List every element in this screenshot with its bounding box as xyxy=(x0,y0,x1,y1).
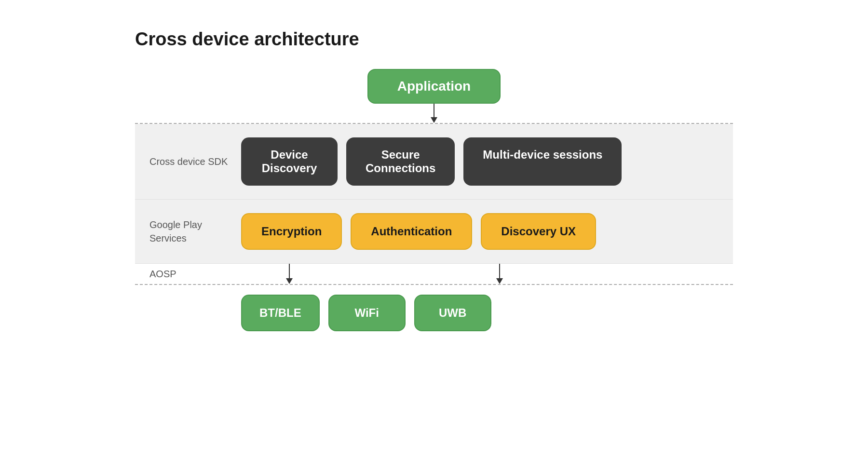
arrow-discovery xyxy=(451,264,548,284)
aosp-arrows-area xyxy=(241,264,719,284)
bottom-boxes-area: BT/BLE WiFi UWB xyxy=(241,295,719,331)
arrow-line-1 xyxy=(434,104,434,117)
arrow-head-disc xyxy=(496,278,503,284)
arrow-head-1 xyxy=(431,117,437,123)
aosp-row: AOSP xyxy=(135,264,733,284)
play-services-label: Google Play Services xyxy=(149,218,231,245)
sdk-band: Cross device SDK Device Discovery Secure… xyxy=(135,124,733,200)
play-item-encryption: Encryption xyxy=(241,213,342,250)
bottom-row: BT/BLE WiFi UWB xyxy=(135,285,733,331)
sdk-items: Device Discovery Secure Connections Mult… xyxy=(241,137,719,186)
bottom-uwb: UWB xyxy=(414,295,491,331)
aosp-label: AOSP xyxy=(149,264,231,280)
page-container: Cross device architecture Application Cr… xyxy=(96,0,772,360)
app-to-dashed-arrow xyxy=(135,104,733,123)
app-row: Application xyxy=(135,69,733,104)
play-item-authentication: Authentication xyxy=(351,213,472,250)
diagram: Application Cross device SDK Device Disc… xyxy=(135,69,733,331)
arrow-encryption xyxy=(241,264,338,284)
sdk-item-multi-device: Multi-device sessions xyxy=(463,137,622,186)
auth-spacer xyxy=(346,264,443,284)
page-title: Cross device architecture xyxy=(135,29,733,50)
play-services-items: Encryption Authentication Discovery UX xyxy=(241,213,719,250)
bottom-wifi: WiFi xyxy=(328,295,406,331)
play-item-discovery-ux: Discovery UX xyxy=(481,213,596,250)
arrow-line-disc xyxy=(499,264,500,278)
sdk-item-secure-connections: Secure Connections xyxy=(346,137,455,186)
arrow-head-enc xyxy=(286,278,293,284)
sdk-item-device-discovery: Device Discovery xyxy=(241,137,338,186)
application-box: Application xyxy=(367,69,501,104)
play-services-band: Google Play Services Encryption Authenti… xyxy=(135,200,733,264)
sdk-label: Cross device SDK xyxy=(149,155,231,168)
bottom-bt-ble: BT/BLE xyxy=(241,295,320,331)
arrow-line-enc xyxy=(289,264,290,278)
